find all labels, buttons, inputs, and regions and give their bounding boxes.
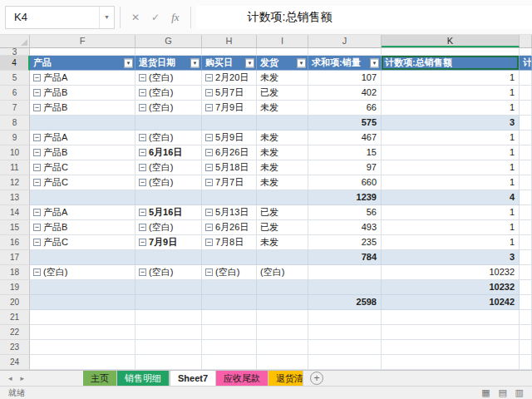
collapse-icon[interactable]: − bbox=[139, 209, 146, 216]
row-header[interactable]: 5 bbox=[0, 71, 30, 86]
grid-cell[interactable]: −(空白) bbox=[30, 265, 135, 280]
grid-cell[interactable] bbox=[520, 116, 532, 131]
filter-icon[interactable]: ▼ bbox=[190, 58, 200, 67]
grid-cell[interactable]: −(空白) bbox=[135, 265, 202, 280]
grid-cell[interactable]: 1 bbox=[382, 71, 520, 86]
grid-cell[interactable]: 未发 bbox=[257, 145, 308, 160]
grid-cell[interactable]: 发货▼ bbox=[257, 56, 308, 71]
name-box-dropdown-icon[interactable]: ▼ bbox=[99, 7, 114, 28]
grid-cell[interactable] bbox=[308, 355, 382, 370]
grid-cell[interactable]: −产品B bbox=[30, 220, 135, 235]
grid-cell[interactable] bbox=[520, 71, 532, 86]
column-header-K[interactable]: K bbox=[382, 35, 520, 47]
grid-cell[interactable] bbox=[382, 340, 520, 355]
grid-cell[interactable]: 493 bbox=[308, 220, 382, 235]
grid-cell[interactable] bbox=[30, 116, 135, 131]
collapse-icon[interactable]: − bbox=[139, 104, 146, 111]
column-header-I[interactable]: I bbox=[257, 35, 308, 47]
grid-cell[interactable] bbox=[520, 250, 532, 265]
page-break-view-icon[interactable]: ▥ bbox=[515, 387, 524, 397]
grid-cell[interactable] bbox=[520, 145, 532, 160]
grid-cell[interactable] bbox=[520, 355, 532, 370]
collapse-icon[interactable]: − bbox=[205, 224, 213, 231]
grid-cell[interactable]: 1 bbox=[382, 160, 520, 175]
grid-cell[interactable] bbox=[30, 325, 135, 340]
grid-cell[interactable] bbox=[520, 295, 532, 310]
row-header[interactable]: 13 bbox=[0, 190, 30, 205]
collapse-icon[interactable]: − bbox=[33, 209, 41, 216]
grid-cell[interactable] bbox=[257, 340, 308, 355]
grid-cell[interactable] bbox=[30, 355, 135, 370]
grid-cell[interactable] bbox=[202, 280, 257, 295]
collapse-icon[interactable]: − bbox=[205, 239, 213, 246]
grid-cell[interactable] bbox=[257, 280, 308, 295]
grid-cell[interactable] bbox=[202, 325, 257, 340]
collapse-icon[interactable]: − bbox=[139, 268, 146, 276]
grid-cell[interactable] bbox=[135, 250, 202, 265]
grid-cell[interactable]: 已发 bbox=[257, 220, 308, 235]
grid-cell[interactable] bbox=[520, 175, 532, 190]
collapse-icon[interactable]: − bbox=[139, 134, 146, 141]
collapse-icon[interactable]: − bbox=[33, 74, 41, 81]
grid-cell[interactable]: −5月7日 bbox=[202, 86, 257, 101]
grid-cell[interactable]: 计数 bbox=[520, 56, 532, 71]
grid-cell[interactable] bbox=[520, 325, 532, 340]
grid-cell[interactable] bbox=[520, 101, 532, 116]
grid-cell[interactable] bbox=[30, 310, 135, 325]
collapse-icon[interactable]: − bbox=[33, 224, 41, 231]
grid-cell[interactable] bbox=[202, 48, 257, 56]
collapse-icon[interactable]: − bbox=[139, 224, 146, 231]
collapse-icon[interactable]: − bbox=[205, 268, 213, 276]
grid-cell[interactable]: 10232 bbox=[382, 280, 520, 295]
collapse-icon[interactable]: − bbox=[33, 89, 41, 96]
sheet-tab-退货清单[interactable]: 退货清单 bbox=[268, 371, 303, 386]
grid-cell[interactable]: 未发 bbox=[257, 235, 308, 250]
grid-cell[interactable] bbox=[520, 265, 532, 280]
grid-cell[interactable] bbox=[520, 310, 532, 325]
collapse-icon[interactable]: − bbox=[139, 149, 146, 156]
select-all-button[interactable] bbox=[0, 35, 30, 47]
insert-function-icon[interactable]: fx bbox=[165, 11, 185, 24]
row-header[interactable]: 17 bbox=[0, 250, 30, 265]
row-header[interactable]: 18 bbox=[0, 265, 30, 280]
grid-cell[interactable]: 2598 bbox=[308, 295, 382, 310]
grid-cell[interactable] bbox=[257, 325, 308, 340]
row-header[interactable]: 11 bbox=[0, 160, 30, 175]
grid-cell[interactable] bbox=[257, 310, 308, 325]
grid-cell[interactable] bbox=[520, 280, 532, 295]
grid-cell[interactable] bbox=[308, 310, 382, 325]
row-header[interactable]: 24 bbox=[0, 355, 30, 370]
grid-cell[interactable]: 3 bbox=[382, 250, 520, 265]
grid-cell[interactable]: −(空白) bbox=[135, 71, 202, 86]
name-box[interactable]: K4 ▼ bbox=[5, 6, 115, 29]
collapse-icon[interactable]: − bbox=[139, 89, 146, 96]
normal-view-icon[interactable]: ▦ bbox=[481, 387, 490, 397]
grid-cell[interactable]: −7月7日 bbox=[202, 175, 257, 190]
grid-cell[interactable]: −产品A bbox=[30, 71, 135, 86]
row-header[interactable]: 9 bbox=[0, 131, 30, 145]
grid-cell[interactable]: 235 bbox=[308, 235, 382, 250]
grid-cell[interactable]: 未发 bbox=[257, 71, 308, 86]
row-header[interactable]: 7 bbox=[0, 101, 30, 116]
grid-cell[interactable] bbox=[308, 48, 382, 56]
column-header-G[interactable]: G bbox=[135, 35, 202, 47]
grid-cell[interactable] bbox=[520, 190, 532, 205]
grid-cell[interactable] bbox=[520, 131, 532, 145]
grid-cell[interactable] bbox=[30, 295, 135, 310]
grid-cell[interactable]: −(空白) bbox=[135, 131, 202, 145]
collapse-icon[interactable]: − bbox=[205, 104, 213, 111]
grid-cell[interactable]: 1 bbox=[382, 86, 520, 101]
grid-cell[interactable]: −7月9日 bbox=[135, 235, 202, 250]
grid-cell[interactable] bbox=[135, 48, 202, 56]
collapse-icon[interactable]: − bbox=[33, 149, 41, 156]
grid-cell[interactable] bbox=[135, 295, 202, 310]
grid-cell[interactable]: −6月26日 bbox=[202, 220, 257, 235]
grid-cell[interactable] bbox=[382, 325, 520, 340]
grid-cell[interactable]: 66 bbox=[308, 101, 382, 116]
grid-cell[interactable]: 660 bbox=[308, 175, 382, 190]
tab-scroll-right-icon[interactable]: ▸ bbox=[21, 374, 25, 382]
grid-cell[interactable] bbox=[308, 325, 382, 340]
grid-cell[interactable]: 1 bbox=[382, 205, 520, 220]
grid-cell[interactable] bbox=[135, 116, 202, 131]
row-header[interactable]: 23 bbox=[0, 340, 30, 355]
